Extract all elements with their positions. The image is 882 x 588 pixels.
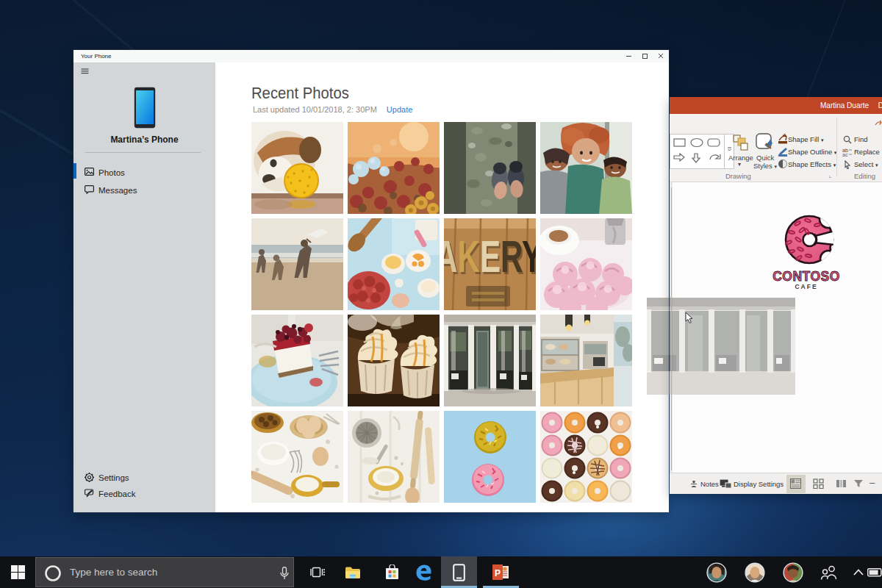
svg-text:CAFE: CAFE [795,283,817,290]
svg-text:CONTOSO: CONTOSO [772,269,840,284]
svg-text:AKERY: AKERY [444,231,536,282]
svg-text:ac: ac [842,152,848,157]
svg-text:P: P [495,568,501,578]
